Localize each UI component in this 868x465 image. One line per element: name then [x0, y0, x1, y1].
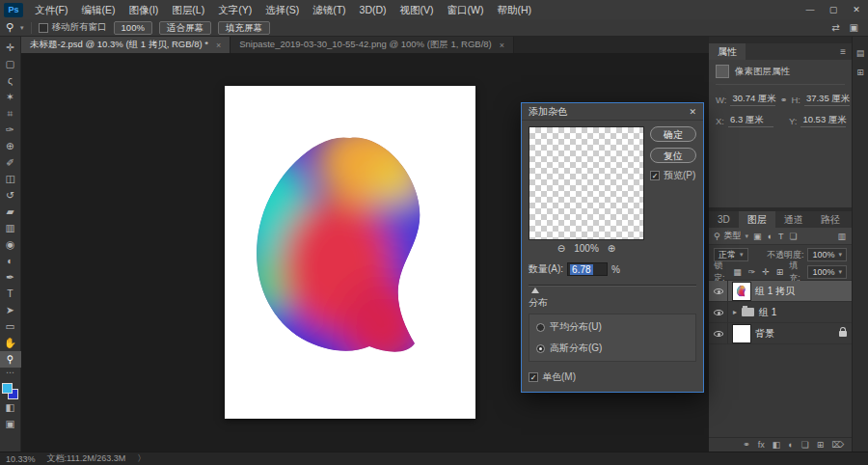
fill-screen-button[interactable]: 填充屏幕	[218, 21, 270, 35]
menu-image[interactable]: 图像(I)	[122, 0, 165, 19]
zoom-in-icon[interactable]: ⊕	[608, 243, 615, 254]
tool-preset-dropdown-icon[interactable]: ▾	[20, 24, 24, 32]
menu-edit[interactable]: 编辑(E)	[74, 0, 122, 19]
clone-stamp-tool-button[interactable]: ◫	[0, 171, 21, 187]
monochromatic-checkbox[interactable]: ✓ 单色(M)	[529, 370, 696, 384]
layer-row-group1-copy[interactable]: 组 1 拷贝	[709, 281, 852, 302]
dialog-close-icon[interactable]: ✕	[689, 107, 696, 117]
maximize-button[interactable]: ▢	[822, 0, 845, 19]
layer-name[interactable]: 背景	[755, 327, 774, 341]
healing-tool-button[interactable]: ⊕	[0, 138, 21, 154]
noise-preview[interactable]	[529, 126, 644, 240]
chevron-down-icon[interactable]: ▾	[746, 232, 749, 240]
menu-file[interactable]: 文件(F)	[28, 0, 74, 19]
menu-window[interactable]: 窗口(W)	[441, 0, 491, 19]
width-field[interactable]: 30.74 厘米	[730, 93, 775, 106]
workspace-switcher-icon[interactable]: ▣	[850, 22, 858, 33]
fill-select[interactable]: 100% ▾	[807, 265, 847, 279]
slider-marker-icon[interactable]	[531, 287, 539, 293]
zoom-out-icon[interactable]: ⊖	[557, 243, 565, 254]
status-chevron-icon[interactable]: 〉	[137, 452, 146, 465]
zoom-tool-button[interactable]: ⚲	[0, 351, 21, 368]
zoom-100-button[interactable]: 100%	[114, 21, 152, 35]
filter-adjustment-icon[interactable]: ◐	[767, 232, 773, 241]
tab-close-icon[interactable]: ×	[216, 41, 221, 50]
y-field[interactable]: 10.53 厘米	[800, 114, 846, 127]
menu-3d[interactable]: 3D(D)	[353, 0, 393, 19]
tab-channels[interactable]: 通道	[775, 211, 812, 228]
layer-row-group1[interactable]: ▸ 组 1	[709, 302, 852, 323]
lock-transparency-icon[interactable]: ▦	[732, 267, 743, 277]
amount-slider[interactable]	[529, 285, 696, 287]
lock-all-icon[interactable]: ⊞	[775, 267, 785, 277]
new-group-button[interactable]: ❏	[801, 440, 809, 450]
gaussian-distribution-radio[interactable]: 高斯分布(G)	[536, 342, 689, 355]
dodge-tool-button[interactable]: ◐	[0, 253, 21, 269]
blur-tool-button[interactable]: ◉	[0, 236, 21, 253]
visibility-toggle[interactable]	[709, 302, 728, 322]
filter-shape-icon[interactable]: ❏	[789, 232, 799, 241]
marquee-tool-button[interactable]: ▢	[0, 56, 21, 72]
lock-position-icon[interactable]: ✛	[761, 267, 771, 277]
status-zoom-field[interactable]: 10.33%	[6, 454, 36, 464]
document-tab-untitled[interactable]: 未标题-2.psd @ 10.3% (组 1 拷贝, RGB/8) * ×	[21, 37, 231, 53]
panel-menu-icon[interactable]: ≡	[840, 43, 852, 60]
layer-row-background[interactable]: 背景	[709, 323, 852, 344]
filter-smart-object-icon[interactable]: ▥	[836, 232, 847, 241]
filter-pixel-icon[interactable]: ▣	[752, 232, 763, 241]
type-tool-button[interactable]: T	[0, 286, 21, 302]
amount-input[interactable]: 6.78	[567, 262, 608, 276]
layer-style-button[interactable]: fx	[758, 440, 765, 450]
move-tool-button[interactable]: ✛	[0, 40, 21, 56]
minimize-button[interactable]: —	[799, 0, 822, 19]
filter-kind-label[interactable]: 类型	[724, 230, 742, 242]
layer-name[interactable]: 组 1 拷贝	[755, 285, 795, 298]
dialog-titlebar[interactable]: 添加杂色 ✕	[522, 103, 703, 121]
gradient-tool-button[interactable]: ▥	[0, 220, 21, 236]
menu-type[interactable]: 文字(Y)	[211, 0, 258, 19]
tab-3d[interactable]: 3D	[709, 211, 739, 228]
delete-layer-button[interactable]: ⌦	[831, 440, 844, 450]
close-button[interactable]: ✕	[845, 0, 868, 19]
lock-pixels-icon[interactable]: ✑	[747, 267, 757, 277]
x-field[interactable]: 6.3 厘米	[728, 114, 773, 127]
visibility-toggle[interactable]	[709, 323, 728, 343]
fit-screen-button[interactable]: 适合屏幕	[159, 21, 211, 35]
edit-toolbar-icon[interactable]: ⋯	[6, 368, 14, 379]
tab-properties[interactable]: 属性	[709, 43, 746, 60]
hand-tool-button[interactable]: ✋	[0, 335, 21, 351]
shape-tool-button[interactable]: ▭	[0, 318, 21, 335]
menu-filter[interactable]: 滤镜(T)	[306, 0, 352, 19]
crop-tool-button[interactable]: ⌗	[0, 105, 21, 122]
quick-select-tool-button[interactable]: ✶	[0, 89, 21, 105]
tab-layers[interactable]: 图层	[739, 211, 775, 228]
color-swatches[interactable]	[2, 383, 18, 399]
tab-close-icon[interactable]: ×	[500, 41, 504, 50]
link-dimensions-icon[interactable]: ⚭	[779, 95, 787, 105]
ok-button[interactable]: 确定	[650, 126, 696, 142]
arrange-documents-icon[interactable]: ⇄	[831, 22, 839, 33]
link-layers-button[interactable]: ⚭	[743, 440, 750, 450]
adjustment-layer-button[interactable]: ◐	[788, 440, 793, 450]
collapsed-panel-icon-1[interactable]: ▤	[856, 48, 865, 58]
history-brush-tool-button[interactable]: ↺	[0, 187, 21, 204]
menu-help[interactable]: 帮助(H)	[491, 0, 539, 19]
preview-checkbox[interactable]: ✓ 预览(P)	[650, 169, 696, 182]
menu-layer[interactable]: 图层(L)	[165, 0, 211, 19]
collapsed-panel-icon-2[interactable]: ⊞	[856, 68, 864, 77]
foreground-color-swatch[interactable]	[2, 383, 13, 394]
brush-tool-button[interactable]: ✐	[0, 154, 21, 171]
lasso-tool-button[interactable]: ς	[0, 72, 21, 89]
pen-tool-button[interactable]: ✒	[0, 269, 21, 286]
height-field[interactable]: 37.35 厘米	[804, 93, 850, 106]
path-select-tool-button[interactable]: ➤	[0, 302, 21, 318]
scroll-all-windows-checkbox[interactable]: 移动所有窗口	[39, 21, 107, 34]
layer-name[interactable]: 组 1	[759, 306, 776, 319]
uniform-distribution-radio[interactable]: 平均分布(U)	[536, 320, 689, 334]
add-mask-button[interactable]: ◧	[773, 440, 781, 450]
layer-thumbnail[interactable]	[733, 325, 750, 342]
new-layer-button[interactable]: ⊞	[817, 440, 825, 450]
group-expand-chevron-icon[interactable]: ▸	[733, 308, 737, 316]
document-tab-snipaste[interactable]: Snipaste_2019-03-30_10-55-42.png @ 100% …	[231, 37, 514, 53]
eraser-tool-button[interactable]: ▰	[0, 204, 21, 220]
